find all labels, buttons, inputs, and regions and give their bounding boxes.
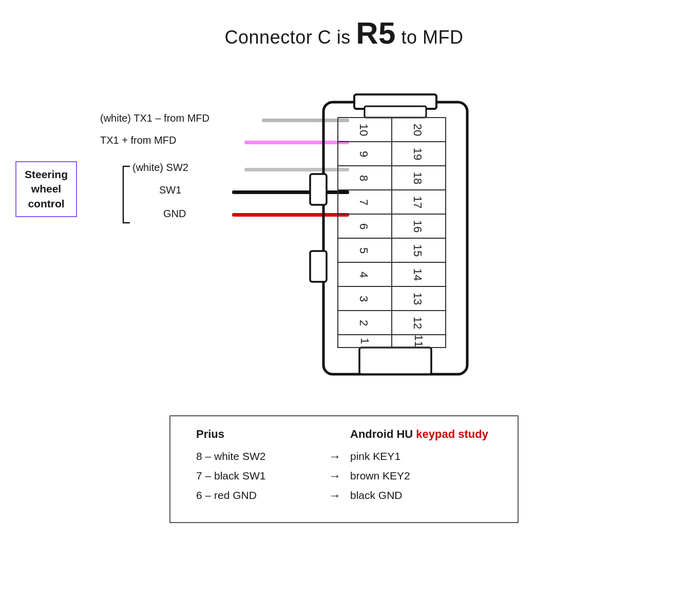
label-gnd: GND [163,208,186,220]
label-tx1-white: (white) TX1 – from MFD [100,112,209,124]
title-suffix: to MFD [396,27,464,48]
table-cell-prius: 8 – white SW2 [196,450,319,463]
table-cell-prius: 7 – black SW1 [196,470,319,482]
svg-text:14: 14 [411,268,424,281]
svg-text:3: 3 [357,296,370,302]
svg-text:8: 8 [357,175,370,181]
table-row: 6 – red GND→black GND [196,488,492,503]
page-title: Connector C is R5 to MFD [0,0,688,51]
svg-text:17: 17 [411,196,424,208]
table-cell-android: pink KEY1 [350,450,400,463]
svg-text:5: 5 [357,247,370,254]
label-tx1-plus: TX1 + from MFD [100,134,176,146]
svg-text:10: 10 [357,124,370,136]
svg-text:15: 15 [411,244,424,257]
label-sw2: (white) SW2 [132,162,188,174]
swc-bracket [121,164,132,225]
svg-text:11: 11 [412,335,425,347]
svg-text:12: 12 [411,317,424,329]
svg-text:16: 16 [411,220,424,233]
title-prefix: Connector C is [225,27,356,48]
table-arrow: → [319,449,350,464]
table-cell-android: brown KEY2 [350,470,410,482]
reference-table: Prius Android HU keypad study 8 – white … [169,415,519,523]
svg-rect-2 [365,106,426,118]
svg-text:1: 1 [358,338,371,344]
table-cell-prius: 6 – red GND [196,489,319,502]
table-data-rows: 8 – white SW2→pink KEY17 – black SW1→bro… [196,449,492,503]
table-header-prius: Prius [196,428,319,441]
svg-rect-4 [310,251,327,282]
label-sw1: SW1 [159,184,181,196]
steering-wheel-control-box: Steeringwheelcontrol [15,161,77,217]
svg-text:6: 6 [357,223,370,229]
svg-text:7: 7 [357,199,370,205]
svg-text:19: 19 [411,148,424,160]
svg-text:13: 13 [411,293,424,305]
table-arrow: → [319,488,350,503]
svg-text:2: 2 [357,320,370,326]
table-arrow: → [319,469,350,483]
table-header-android: Android HU keypad study [350,428,488,441]
svg-text:9: 9 [357,151,370,157]
table-cell-android: black GND [350,489,403,502]
svg-text:4: 4 [357,272,370,278]
svg-rect-5 [359,348,431,374]
svg-text:18: 18 [411,172,424,184]
svg-rect-3 [310,174,327,205]
title-bold: R5 [356,16,396,50]
svg-text:20: 20 [411,124,424,136]
table-row: 7 – black SW1→brown KEY2 [196,469,492,483]
table-row: 8 – white SW2→pink KEY1 [196,449,492,464]
connector-diagram: 10 20 9 19 8 18 7 17 6 16 5 15 4 14 [308,92,503,400]
